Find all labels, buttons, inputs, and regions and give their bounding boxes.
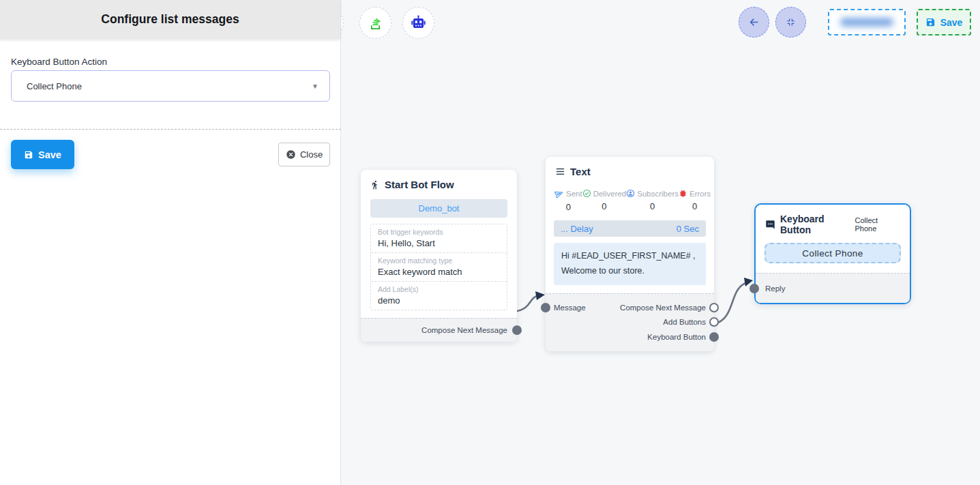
message-input-connector[interactable] bbox=[541, 303, 550, 312]
field-label: Add Label(s) bbox=[378, 285, 500, 293]
node-start-bot-flow[interactable]: Start Bot Flow Demo_bot Bot trigger keyw… bbox=[361, 170, 517, 342]
send-icon bbox=[554, 189, 564, 199]
stat-subscribers: Subscribers 0 bbox=[626, 189, 679, 212]
stat-label: Sent bbox=[566, 190, 582, 198]
divider bbox=[0, 129, 341, 130]
start-fields: Bot trigger keywords Hi, Hello, Start Ke… bbox=[370, 224, 507, 310]
field-value: Hi, Hello, Start bbox=[378, 238, 500, 248]
floppy-icon bbox=[24, 150, 33, 160]
field-value: Exact keyword match bbox=[378, 267, 500, 277]
kb-node-header: Keyboard Button bbox=[765, 214, 855, 235]
field-bot-trigger-keywords[interactable]: Bot trigger keywords Hi, Hello, Start bbox=[371, 224, 507, 253]
keyboard-button-output-connector[interactable] bbox=[709, 332, 719, 342]
kb-node-header-row: Keyboard Button Collect Phone bbox=[756, 205, 910, 235]
stat-label: Delivered bbox=[593, 190, 627, 198]
keyboard-action-label: Keyboard Button Action bbox=[11, 57, 107, 67]
bug-icon bbox=[679, 189, 687, 198]
close-button-label: Close bbox=[300, 149, 323, 160]
compose-next-message-output-connector[interactable] bbox=[709, 303, 719, 312]
node-keyboard-button[interactable]: Keyboard Button Collect Phone Collect Ph… bbox=[754, 203, 911, 304]
stat-label: Subscribers bbox=[637, 190, 679, 198]
field-label: Bot trigger keywords bbox=[378, 228, 500, 236]
redacted-button[interactable] bbox=[828, 9, 906, 35]
delay-row[interactable]: ... Delay 0 Sec bbox=[554, 220, 706, 237]
delay-value: 0 Sec bbox=[677, 224, 699, 234]
stat-label: Errors bbox=[689, 190, 711, 198]
stat-value: 0 bbox=[566, 202, 571, 212]
compress-icon bbox=[786, 17, 796, 27]
fit-view-button[interactable] bbox=[775, 7, 806, 38]
connector-row: Message Compose Next Message bbox=[546, 300, 714, 315]
stat-value: 0 bbox=[602, 201, 606, 211]
output-label-add-buttons: Add Buttons bbox=[663, 318, 706, 326]
start-node-header: Start Bot Flow bbox=[370, 179, 507, 190]
stat-sent: Sent 0 bbox=[554, 189, 582, 212]
connector-row: Keyboard Button bbox=[546, 329, 714, 344]
field-label: Keyword matching type bbox=[378, 256, 500, 265]
start-node-title: Start Bot Flow bbox=[385, 179, 454, 190]
bot-flow-builder: Configure list messages Keyboard Button … bbox=[0, 0, 980, 485]
field-value: demo bbox=[378, 295, 500, 306]
canvas-save-button[interactable]: Save bbox=[917, 9, 971, 35]
back-button[interactable] bbox=[739, 7, 769, 38]
flow-canvas[interactable]: Save Start Bot Flow Demo_bot Bot trigger… bbox=[341, 0, 980, 485]
stat-value: 0 bbox=[650, 201, 655, 211]
stats-row: Sent 0 Delivered 0 bbox=[546, 189, 714, 212]
reply-label: Reply bbox=[765, 284, 785, 293]
kb-action-label: Collect Phone bbox=[855, 216, 900, 233]
stack-icon bbox=[368, 15, 383, 31]
save-button[interactable]: Save bbox=[11, 140, 74, 169]
text-node-header: Text bbox=[546, 166, 714, 177]
bot-tool-button[interactable] bbox=[402, 7, 434, 39]
text-node-body: Text Sent 0 bbox=[546, 157, 714, 293]
check-circle-icon bbox=[582, 189, 591, 198]
field-keyword-matching-type[interactable]: Keyword matching type Exact keyword matc… bbox=[371, 253, 507, 282]
stat-value: 0 bbox=[692, 201, 697, 211]
walking-person-icon bbox=[370, 179, 380, 190]
kb-node-title: Keyboard Button bbox=[780, 214, 855, 235]
menu-icon bbox=[555, 166, 565, 177]
canvas-save-label: Save bbox=[940, 17, 963, 28]
bot-name-button[interactable]: Demo_bot bbox=[370, 199, 507, 218]
add-buttons-output-connector[interactable] bbox=[709, 317, 719, 327]
save-button-label: Save bbox=[38, 149, 61, 160]
close-circle-icon bbox=[286, 149, 296, 160]
floppy-icon bbox=[925, 17, 936, 27]
text-node-title: Text bbox=[570, 166, 591, 177]
reply-input-connector[interactable] bbox=[749, 284, 759, 293]
connector-row: Add Buttons bbox=[546, 314, 714, 329]
delay-label: ... Delay bbox=[561, 224, 593, 234]
comment-icon bbox=[765, 220, 775, 230]
chevron-down-icon: ▼ bbox=[312, 83, 318, 90]
kb-node-footer: Reply bbox=[756, 273, 910, 303]
redacted-text bbox=[840, 18, 893, 27]
keyboard-action-dropdown[interactable]: Collect Phone ▼ bbox=[11, 70, 330, 102]
message-preview[interactable]: Hi #LEAD_USER_FIRST_NAME# , Welcome to o… bbox=[554, 243, 706, 285]
start-output-connector[interactable] bbox=[512, 325, 522, 335]
stat-errors: Errors 0 bbox=[679, 189, 711, 212]
start-node-footer: Compose Next Message bbox=[361, 318, 517, 342]
node-text[interactable]: Text Sent 0 bbox=[546, 157, 714, 351]
stack-tool-button[interactable] bbox=[359, 7, 391, 39]
collect-phone-button[interactable]: Collect Phone bbox=[764, 243, 901, 263]
stat-delivered: Delivered 0 bbox=[582, 189, 627, 212]
field-add-labels[interactable]: Add Label(s) demo bbox=[371, 282, 507, 310]
message-input-label: Message bbox=[554, 304, 586, 312]
arrow-left-icon bbox=[748, 16, 760, 28]
robot-icon bbox=[410, 14, 427, 31]
subscriber-icon bbox=[626, 189, 635, 198]
panel-title: Configure list messages bbox=[0, 0, 340, 39]
output-label-keyboard-button: Keyboard Button bbox=[647, 333, 706, 341]
dropdown-value: Collect Phone bbox=[27, 81, 82, 91]
start-node-body: Start Bot Flow Demo_bot Bot trigger keyw… bbox=[361, 170, 517, 318]
configure-panel: Configure list messages Keyboard Button … bbox=[0, 0, 341, 485]
start-output-label: Compose Next Message bbox=[421, 326, 507, 334]
text-node-footer: Message Compose Next Message Add Buttons… bbox=[546, 293, 714, 351]
output-label-compose-next-message: Compose Next Message bbox=[620, 304, 706, 312]
close-button[interactable]: Close bbox=[278, 143, 330, 166]
